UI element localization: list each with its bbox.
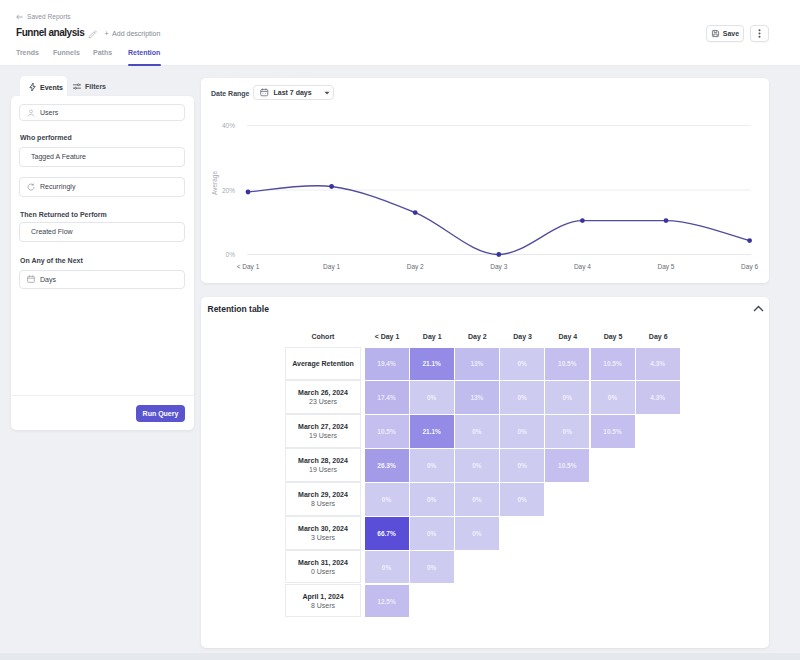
svg-text:Day 6: Day 6	[741, 263, 758, 271]
svg-text:Day 1: Day 1	[323, 263, 340, 271]
svg-text:40%: 40%	[222, 122, 235, 129]
svg-text:20%: 20%	[222, 187, 235, 194]
svg-text:Day 3: Day 3	[490, 263, 507, 271]
svg-text:Day 4: Day 4	[574, 263, 591, 271]
svg-text:Average: Average	[211, 171, 219, 195]
svg-text:< Day 1: < Day 1	[237, 263, 260, 271]
svg-text:Day 2: Day 2	[407, 263, 424, 271]
svg-text:0%: 0%	[226, 251, 236, 258]
svg-text:Day 5: Day 5	[658, 263, 675, 271]
